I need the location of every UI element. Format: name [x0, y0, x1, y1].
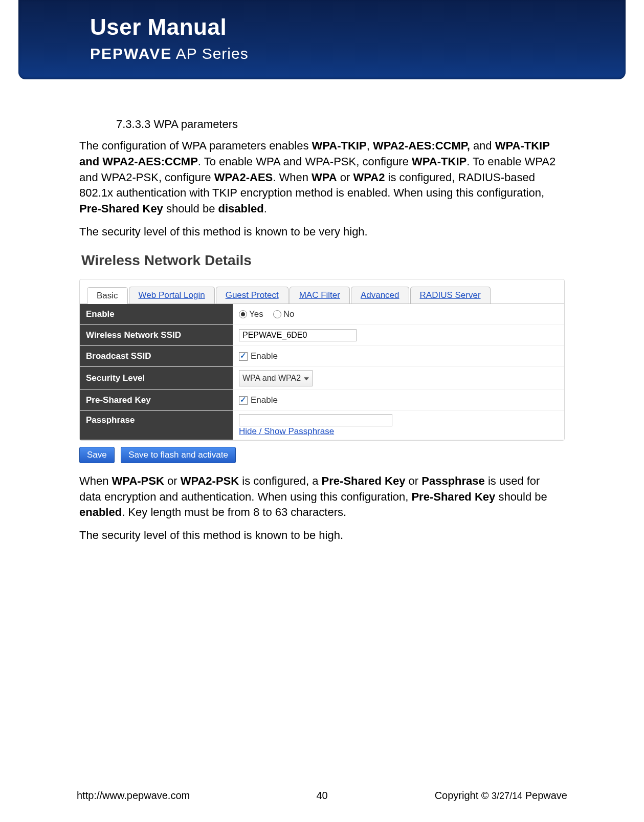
row-ssid: Wireless Network SSID	[80, 325, 564, 345]
row-passphrase: Passphrase Hide / Show Passphrase	[80, 410, 564, 440]
field-security: WPA and WPA2	[233, 366, 564, 390]
settings-panel: Basic Web Portal Login Guest Protect MAC…	[79, 279, 565, 441]
text-bold: WPA2	[353, 171, 385, 184]
radio-no-label: No	[283, 309, 295, 319]
row-psk: Pre-Shared Key Enable	[80, 390, 564, 410]
text: Copyright ©	[435, 790, 492, 801]
text: 3/27/14	[492, 791, 522, 801]
text-bold: WPA2-AES	[214, 171, 273, 184]
radio-yes[interactable]	[239, 310, 247, 318]
checkbox-broadcast-label: Enable	[251, 351, 278, 361]
page-number: 40	[316, 790, 327, 802]
label-broadcast: Broadcast SSID	[80, 345, 233, 366]
text: and	[470, 139, 495, 152]
doc-subtitle: PEPWAVE AP Series	[90, 45, 249, 62]
text: ,	[367, 139, 373, 152]
ui-panel-title: Wireless Network Details	[79, 247, 565, 272]
section-heading: 7.3.3.3 WPA parameters	[116, 118, 565, 131]
tab-web-portal-login[interactable]: Web Portal Login	[129, 287, 215, 304]
text-bold: WPA-TKIP	[412, 155, 467, 168]
settings-table: Enable Yes No Wireless Network SSID Broa…	[80, 304, 564, 440]
paragraph-1: The configuration of WPA parameters enab…	[79, 138, 565, 217]
field-psk: Enable	[233, 390, 564, 410]
field-ssid	[233, 325, 564, 345]
radio-no[interactable]	[273, 310, 281, 318]
text: should be	[495, 490, 547, 503]
text-bold: WPA-PSK	[112, 474, 164, 487]
text: . Key length must be from 8 to 63 charac…	[122, 506, 346, 518]
text-bold: enabled	[79, 506, 122, 518]
tab-guest-protect[interactable]: Guest Protect	[216, 287, 288, 304]
text-bold: disabled	[218, 202, 264, 215]
text: . When	[273, 171, 312, 184]
text-bold: WPA2-PSK	[181, 474, 239, 487]
text: . To enable WPA and WPA-PSK, configure	[198, 155, 412, 168]
field-passphrase: Hide / Show Passphrase	[233, 410, 564, 440]
tab-advanced[interactable]: Advanced	[351, 287, 409, 304]
text-bold: WPA	[312, 171, 337, 184]
tab-bar: Basic Web Portal Login Guest Protect MAC…	[80, 279, 564, 304]
paragraph-3: When WPA-PSK or WPA2-PSK is configured, …	[79, 473, 565, 521]
label-psk: Pre-Shared Key	[80, 390, 233, 410]
passphrase-input[interactable]	[239, 414, 392, 426]
text: should be	[163, 202, 218, 215]
paragraph-2: The security level of this method is kno…	[79, 224, 565, 240]
save-flash-button[interactable]: Save to flash and activate	[121, 447, 236, 463]
label-enable: Enable	[80, 304, 233, 325]
text-bold: WPA2-AES:CCMP,	[373, 139, 470, 152]
label-ssid: Wireless Network SSID	[80, 325, 233, 345]
checkbox-psk[interactable]	[239, 396, 248, 405]
text: The configuration of WPA parameters enab…	[79, 139, 312, 152]
text-bold: Pre-Shared Key	[79, 202, 163, 215]
checkbox-psk-label: Enable	[251, 395, 278, 405]
text-bold: WPA-TKIP	[312, 139, 367, 152]
text-bold: Passphrase	[421, 474, 485, 487]
hide-show-passphrase-link[interactable]: Hide / Show Passphrase	[239, 426, 334, 436]
label-security: Security Level	[80, 366, 233, 390]
text: is configured, a	[239, 474, 321, 487]
footer-copyright: Copyright © 3/27/14 Pepwave	[435, 790, 567, 802]
brand-name: PEPWAVE	[90, 45, 172, 62]
text: Pepwave	[522, 790, 567, 801]
paragraph-4: The security level of this method is kno…	[79, 528, 565, 544]
button-row: Save Save to flash and activate	[79, 447, 565, 463]
doc-title: User Manual	[90, 14, 227, 40]
document-header: User Manual PEPWAVE AP Series	[18, 0, 626, 79]
checkbox-broadcast[interactable]	[239, 352, 248, 361]
text: .	[264, 202, 267, 215]
text-bold: Pre-Shared Key	[411, 490, 495, 503]
text: or	[405, 474, 421, 487]
product-line: AP Series	[172, 45, 249, 62]
field-enable: Yes No	[233, 304, 564, 325]
security-select-value: WPA and WPA2	[242, 374, 301, 383]
tab-basic[interactable]: Basic	[87, 287, 128, 304]
footer-url: http://www.pepwave.com	[77, 790, 190, 802]
ssid-input[interactable]	[239, 329, 357, 341]
text: When	[79, 474, 112, 487]
text: or	[164, 474, 181, 487]
field-broadcast: Enable	[233, 345, 564, 366]
radio-yes-label: Yes	[249, 309, 263, 319]
tab-radius-server[interactable]: RADIUS Server	[410, 287, 491, 304]
row-enable: Enable Yes No	[80, 304, 564, 325]
tab-mac-filter[interactable]: MAC Filter	[290, 287, 350, 304]
row-security: Security Level WPA and WPA2	[80, 366, 564, 390]
text: or	[337, 171, 353, 184]
row-broadcast: Broadcast SSID Enable	[80, 345, 564, 366]
save-button[interactable]: Save	[79, 447, 115, 463]
label-passphrase: Passphrase	[80, 410, 233, 440]
page-footer: http://www.pepwave.com 40 Copyright © 3/…	[77, 790, 567, 802]
security-select[interactable]: WPA and WPA2	[239, 370, 313, 386]
text-bold: Pre-Shared Key	[322, 474, 406, 487]
